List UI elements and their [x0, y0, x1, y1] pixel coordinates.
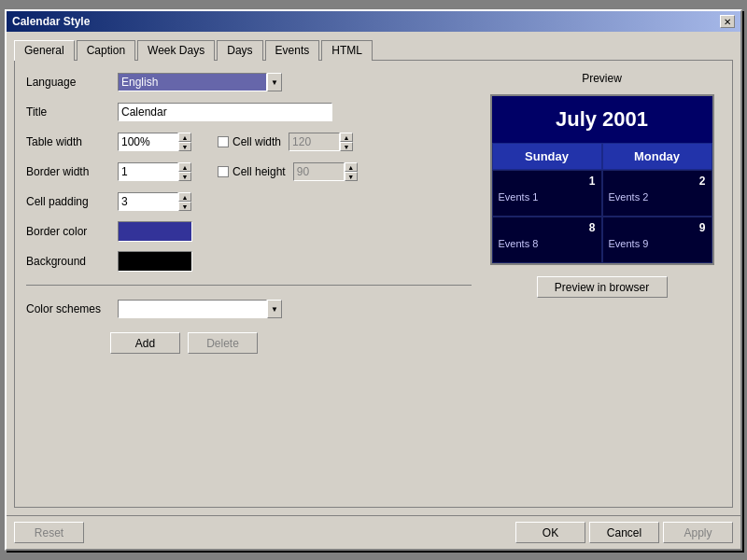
- tab-weekdays[interactable]: Week Days: [137, 40, 215, 61]
- day-header-sunday: Sunday: [492, 143, 602, 170]
- cal-cell-1: 1 Events 1: [492, 170, 602, 217]
- language-row: Language ▼: [26, 72, 472, 92]
- general-panel: Language ▼ Title Table width: [26, 72, 472, 496]
- cellwidth-up[interactable]: ▲: [340, 133, 353, 142]
- close-button[interactable]: ✕: [720, 15, 735, 28]
- tab-bar: General Caption Week Days Days Events HT…: [14, 39, 733, 60]
- preview-browser-button[interactable]: Preview in browser: [537, 276, 668, 298]
- cellwidth-field: Cell width ▲ ▼: [218, 133, 353, 151]
- delete-button[interactable]: Delete: [188, 332, 258, 354]
- title-label: Title: [26, 105, 110, 119]
- title-bar: Calendar Style ✕: [7, 11, 740, 32]
- add-delete-buttons: Add Delete: [110, 332, 472, 354]
- colorschemes-row: Color schemes ▼: [26, 299, 472, 319]
- title-row: Title: [26, 102, 472, 122]
- colorschemes-input[interactable]: [118, 300, 267, 318]
- borderwidth-field: ▲ ▼: [118, 162, 191, 181]
- calendar-style-window: Calendar Style ✕ General Caption Week Da…: [5, 9, 742, 551]
- background-swatch[interactable]: [118, 251, 192, 272]
- add-button[interactable]: Add: [110, 332, 180, 354]
- background-label: Background: [26, 255, 110, 268]
- tab-html[interactable]: HTML: [321, 40, 373, 61]
- cellheight-checkbox[interactable]: [218, 166, 229, 177]
- day-num-8: 8: [499, 221, 596, 234]
- language-combo: ▼: [118, 73, 282, 91]
- cellpadding-input[interactable]: [118, 192, 178, 211]
- tablewidth-label: Table width: [26, 135, 110, 148]
- bottom-left: Reset: [14, 522, 84, 543]
- cellheight-input-field: ▲ ▼: [293, 162, 358, 181]
- cellwidth-input-field: ▲ ▼: [289, 133, 353, 151]
- colorschemes-label: Color schemes: [26, 302, 110, 315]
- cellpadding-down[interactable]: ▼: [178, 202, 191, 211]
- borderwidth-label: Border width: [26, 165, 110, 178]
- tablewidth-up[interactable]: ▲: [178, 133, 191, 142]
- calendar-grid: Sunday Monday 1 Events 1 2 Events 2 8 E: [492, 143, 712, 263]
- tablewidth-field: ▲ ▼: [118, 133, 191, 151]
- event-2: Events 2: [609, 191, 706, 203]
- event-8: Events 8: [499, 238, 596, 249]
- language-dropdown-arrow[interactable]: ▼: [267, 73, 282, 91]
- cellpadding-row: Cell padding ▲ ▼: [26, 191, 472, 212]
- cellheight-label: Cell height: [233, 165, 286, 178]
- bottom-right: OK Cancel Apply: [515, 522, 733, 543]
- borderwidth-row: Border width ▲ ▼ Cell height: [26, 161, 472, 182]
- tablewidth-down[interactable]: ▼: [178, 142, 191, 151]
- cellwidth-label: Cell width: [233, 135, 281, 148]
- borderwidth-up[interactable]: ▲: [178, 162, 191, 172]
- bordercolor-swatch[interactable]: [118, 221, 192, 242]
- cellwidth-input[interactable]: [289, 133, 340, 151]
- calendar-month-year: July 2001: [492, 96, 712, 143]
- cellwidth-down[interactable]: ▼: [340, 142, 353, 151]
- preview-label: Preview: [582, 72, 622, 85]
- colorschemes-combo: ▼: [118, 300, 282, 318]
- cal-cell-2: 2 Events 2: [602, 170, 712, 217]
- cellpadding-label: Cell padding: [26, 195, 110, 208]
- window-content: General Caption Week Days Days Events HT…: [7, 32, 740, 515]
- cellpadding-up[interactable]: ▲: [178, 192, 191, 202]
- cancel-button[interactable]: Cancel: [589, 522, 659, 543]
- apply-button[interactable]: Apply: [663, 522, 733, 543]
- separator: [26, 285, 472, 286]
- tab-content: Language ▼ Title Table width: [14, 60, 733, 508]
- cellheight-input[interactable]: [293, 162, 345, 181]
- cellpadding-field: ▲ ▼: [118, 192, 191, 211]
- ok-button[interactable]: OK: [515, 522, 585, 543]
- cellpadding-spinner: ▲ ▼: [178, 192, 191, 211]
- cellwidth-spinner: ▲ ▼: [340, 133, 353, 151]
- colorschemes-dropdown-arrow[interactable]: ▼: [267, 300, 282, 318]
- cellheight-up[interactable]: ▲: [345, 162, 358, 172]
- event-1: Events 1: [499, 191, 596, 203]
- title-input[interactable]: [118, 103, 332, 121]
- cellwidth-checkbox-row: Cell width: [218, 135, 281, 148]
- preview-panel: Preview July 2001 Sunday Monday 1 Events…: [483, 72, 721, 496]
- bottom-bar: Reset OK Cancel Apply: [7, 515, 740, 549]
- day-header-monday: Monday: [602, 143, 712, 170]
- language-input[interactable]: [118, 73, 267, 91]
- background-row: Background: [26, 251, 472, 272]
- borderwidth-spinner: ▲ ▼: [178, 162, 191, 181]
- language-label: Language: [26, 76, 110, 89]
- calendar-preview: July 2001 Sunday Monday 1 Events 1 2 Eve…: [490, 94, 714, 265]
- day-num-9: 9: [609, 221, 706, 234]
- day-num-2: 2: [609, 175, 706, 188]
- bordercolor-row: Border color: [26, 221, 472, 242]
- tablewidth-row: Table width ▲ ▼ Cell width: [26, 132, 472, 152]
- tab-events[interactable]: Events: [265, 40, 320, 61]
- tablewidth-input[interactable]: [118, 133, 178, 151]
- cellwidth-checkbox[interactable]: [218, 136, 229, 147]
- borderwidth-input[interactable]: [118, 162, 178, 181]
- cellheight-down[interactable]: ▼: [345, 172, 358, 181]
- tab-caption[interactable]: Caption: [77, 40, 135, 61]
- window-title: Calendar Style: [12, 15, 90, 28]
- cellheight-checkbox-row: Cell height: [218, 165, 286, 178]
- cal-cell-8: 8 Events 8: [492, 217, 602, 263]
- tablewidth-spinner: ▲ ▼: [178, 133, 191, 151]
- tab-days[interactable]: Days: [217, 40, 262, 61]
- reset-button[interactable]: Reset: [14, 522, 84, 543]
- bordercolor-label: Border color: [26, 225, 110, 238]
- cal-cell-9: 9 Events 9: [602, 217, 712, 263]
- borderwidth-down[interactable]: ▼: [178, 172, 191, 181]
- event-9: Events 9: [609, 238, 706, 249]
- tab-general[interactable]: General: [14, 40, 75, 61]
